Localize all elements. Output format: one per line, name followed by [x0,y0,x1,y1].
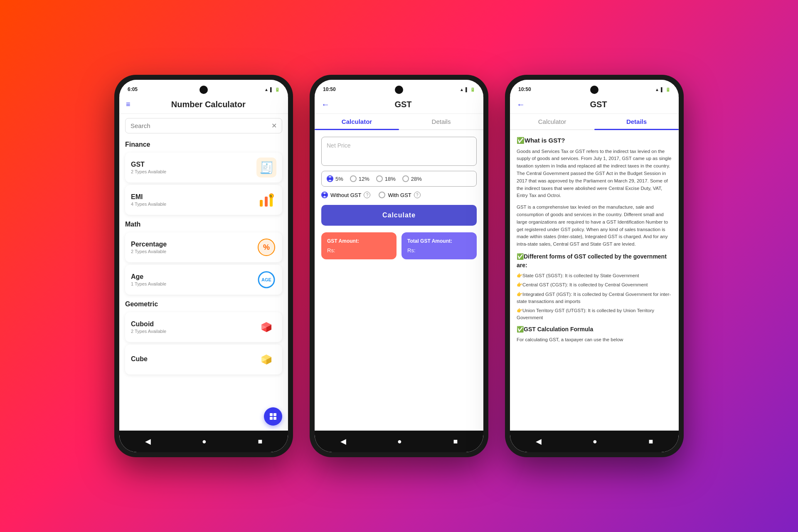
cuboid-sub: 2 Types Available [131,329,166,334]
tab-details-2[interactable]: Details [399,114,483,129]
wifi-icon-3: ▲ [655,87,659,92]
camera-notch-2 [395,86,403,94]
gst-amount-value: Rs: [327,247,391,254]
recents-button-2[interactable]: ■ [453,437,458,446]
forms-gst-heading: ✅Different forms of GST collected by the… [517,252,672,270]
back-arrow-2[interactable]: ← [321,100,330,109]
wifi-icon-2: ▲ [460,87,464,92]
gst-formula-heading: ✅GST Calculation Formula [517,325,672,334]
rate-18[interactable]: 18% [376,175,396,182]
what-is-gst-p1: Goods and Services Tax or GST refers to … [517,148,672,200]
back-arrow-3[interactable]: ← [517,100,525,109]
battery-icon-2: 🔋 [470,87,475,92]
net-price-placeholder: Net Price [327,142,351,149]
camera-notch-3 [590,86,598,94]
mode-without-circle [321,192,328,198]
total-gst-card: Total GST Amount: Rs: [401,232,477,259]
tab-calculator-3[interactable]: Calculator [510,114,594,129]
battery-icon: 🔋 [275,87,280,92]
gst-details-tabs: Calculator Details [510,114,679,130]
status-icons-3: ▲ ▌ 🔋 [655,87,670,92]
bottom-nav-3: ◀ ● ■ [510,431,679,452]
cuboid-icon [256,317,276,337]
recents-button-3[interactable]: ■ [648,437,653,446]
list-item-percentage[interactable]: Percentage 2 Types Available % [125,232,282,262]
bottom-nav-2: ◀ ● ■ [315,431,483,452]
total-gst-value: Rs: [407,247,471,254]
phone-3: 10:50 ▲ ▌ 🔋 ← GST Calculator Details ✅Wh… [505,75,684,457]
search-input[interactable] [131,122,271,129]
menu-icon[interactable]: ≡ [126,100,131,109]
emi-icon: $ [256,190,276,210]
phone-2: 10:50 ▲ ▌ 🔋 ← GST Calculator Details Net… [310,75,488,457]
svg-text:%: % [263,243,270,251]
list-item-cuboid[interactable]: Cuboid 2 Types Available [125,312,282,342]
age-info: Age 1 Types Available [131,273,166,286]
gst-name: GST [131,161,166,168]
rate-5[interactable]: 5% [327,175,343,182]
gst-sub: 2 Types Available [131,169,166,174]
camera-notch-1 [200,86,208,94]
help-with-icon[interactable]: ? [414,192,421,198]
recents-button-1[interactable]: ■ [258,437,262,446]
details-content: ✅What is GST? Goods and Services Tax or … [510,130,679,431]
svg-rect-17 [270,413,273,416]
cuboid-info: Cuboid 2 Types Available [131,320,166,334]
rate-12[interactable]: 12% [350,175,369,182]
rate-selection: 5% 12% 18% 28% [321,171,477,187]
svg-rect-19 [270,417,273,420]
svg-text:$: $ [270,195,272,198]
gst-amount-card: GST Amount: Rs: [321,232,397,259]
emi-sub: 4 Types Available [131,202,166,207]
section-geometric: Geometric [119,297,288,310]
back-button-3[interactable]: ◀ [536,437,542,446]
svg-rect-0 [260,200,263,207]
list-item-gst[interactable]: GST 2 Types Available 🧾 [125,153,282,182]
gst-info: GST 2 Types Available [131,161,166,174]
app-header-1: ≡ Number Calculator [119,96,288,114]
gst-tabs: Calculator Details [315,114,483,130]
home-button-1[interactable]: ● [202,437,207,446]
gst-igst: 👉Integrated GST (IGST): It is collected … [517,291,672,305]
gst-title: GST [330,100,477,109]
list-item-emi[interactable]: EMI 4 Types Available $ [125,185,282,215]
mode-without[interactable]: Without GST ? [321,192,370,198]
tab-calculator[interactable]: Calculator [315,114,399,129]
age-icon: AGE [256,270,276,290]
fab-button[interactable] [264,407,282,426]
wifi-icon: ▲ [264,87,268,92]
radio-5-circle [327,175,333,182]
cuboid-name: Cuboid [131,320,166,328]
mode-without-label: Without GST [330,192,361,198]
gst-calculator-content: Net Price 5% 12% 18% 28% [315,130,483,431]
emi-info: EMI 4 Types Available [131,193,166,207]
tab-details-3[interactable]: Details [594,114,679,129]
home-button-2[interactable]: ● [397,437,402,446]
clear-search-icon[interactable]: ✕ [271,122,277,130]
emi-name: EMI [131,193,166,201]
rate-18-label: 18% [385,176,396,182]
rate-5-label: 5% [335,176,343,182]
gst-formula-p: For calculating GST, a taxpayer can use … [517,336,672,344]
radio-18-circle [376,175,383,182]
search-bar[interactable]: ✕ [125,118,282,133]
list-item-cube[interactable]: Cube [125,345,282,374]
mode-with[interactable]: With GST ? [379,192,420,198]
rate-28[interactable]: 28% [402,175,422,182]
mode-selection: Without GST ? With GST ? [321,192,477,198]
cube-info: Cube [131,355,148,364]
status-bar-3: 10:50 ▲ ▌ 🔋 [510,80,679,96]
home-button-3[interactable]: ● [593,437,597,446]
back-button-1[interactable]: ◀ [145,437,151,446]
radio-12-circle [350,175,357,182]
phone-1: 6:05 ▲ ▌ 🔋 ≡ Number Calculator ✕ Finance [114,75,293,457]
help-without-icon[interactable]: ? [364,192,370,198]
cube-name: Cube [131,355,148,363]
calculate-button[interactable]: Calculate [321,205,477,226]
back-button-2[interactable]: ◀ [340,437,346,446]
net-price-input[interactable]: Net Price [321,137,477,166]
list-item-age[interactable]: Age 1 Types Available AGE [125,265,282,295]
status-bar-2: 10:50 ▲ ▌ 🔋 [315,80,483,96]
app-title: Number Calculator [135,100,281,109]
percentage-info: Percentage 2 Types Available [131,241,167,254]
